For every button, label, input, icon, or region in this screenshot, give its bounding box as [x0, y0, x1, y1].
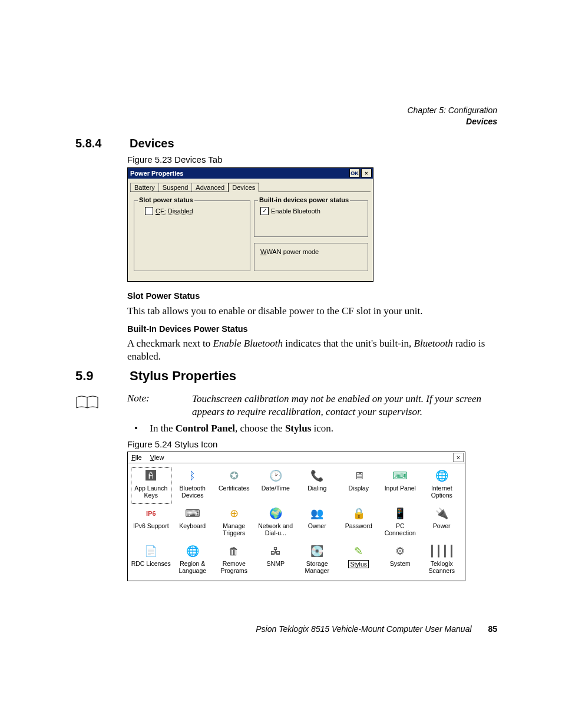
- menu-bar: File View ×: [128, 452, 465, 463]
- app-icon: 📞: [308, 468, 326, 483]
- app-label: Password: [345, 522, 372, 529]
- section-title: Stylus Properties: [130, 368, 236, 384]
- tab-battery[interactable]: Battery: [130, 183, 159, 192]
- cp-item-display[interactable]: 🖥Display: [338, 467, 380, 505]
- cp-item-manage-triggers[interactable]: ⊕Manage Triggers: [213, 505, 255, 542]
- cp-item-certificates[interactable]: ✪Certificates: [213, 467, 255, 505]
- close-button[interactable]: ×: [361, 169, 372, 177]
- running-head-line1: Chapter 5: Configuration: [407, 105, 497, 116]
- app-label: Bluetooth Devices: [172, 485, 214, 499]
- cp-item-region-language[interactable]: 🌐Region & Language: [172, 542, 214, 580]
- dialog-titlebar: Power Properties OK ×: [128, 168, 373, 179]
- app-icon: 💽: [308, 543, 326, 559]
- app-label: Remove Programs: [213, 560, 255, 574]
- app-label: Storage Manager: [296, 560, 338, 574]
- heading-builtin-devices: Built-In Devices Power Status: [127, 324, 248, 334]
- cp-item-stylus[interactable]: ✎Stylus: [338, 542, 380, 580]
- app-icon: 📄: [142, 543, 160, 559]
- group-legend: Built-in devices power status: [258, 196, 350, 203]
- cf-disabled-checkbox[interactable]: CF: Disabled: [145, 207, 193, 215]
- cp-item-app-launch-keys[interactable]: 🅰App Launch Keys: [130, 467, 172, 505]
- figure-5-24-caption: Figure 5.24 Stylus Icon: [127, 439, 217, 449]
- group-slot-power-status: Slot power status CF: Disabled: [134, 200, 250, 271]
- app-icon: ┃┃┃┃: [433, 543, 451, 559]
- app-label: Date/Time: [262, 485, 290, 492]
- cp-item-power[interactable]: 🔌Power: [421, 505, 463, 542]
- cp-item-password[interactable]: 🔒Password: [338, 505, 380, 542]
- power-properties-dialog: Power Properties OK × Battery Suspend Ad…: [127, 167, 373, 282]
- dialog-title: Power Properties: [130, 170, 183, 177]
- app-icon: 🕑: [267, 468, 285, 483]
- app-label: Certificates: [219, 485, 250, 492]
- section-5-8-4: 5.8.4 Devices: [75, 137, 174, 150]
- control-panel-window: File View × 🅰App Launch KeysᛒBluetooth D…: [127, 452, 465, 581]
- app-icon: 🖥: [350, 468, 368, 483]
- note-block: Note: Touchscreen calibration may not be…: [75, 393, 500, 419]
- app-label: Stylus: [348, 560, 369, 568]
- app-icon: 🌐: [433, 468, 451, 483]
- tab-suspend[interactable]: Suspend: [158, 183, 192, 192]
- app-label: Display: [349, 485, 369, 492]
- checkbox-icon: [145, 207, 153, 215]
- group-wwan-power-mode: WWAN power mode: [254, 243, 368, 271]
- cp-item-keyboard[interactable]: ⌨Keyboard: [172, 505, 214, 542]
- cp-item-ipv6-support[interactable]: IP6IPv6 Support: [130, 505, 172, 542]
- app-label: Input Panel: [385, 485, 416, 492]
- app-label: System: [390, 560, 411, 567]
- app-icon: ⌨: [184, 506, 201, 521]
- section-5-9: 5.9 Stylus Properties: [75, 368, 236, 384]
- cp-item-internet-options[interactable]: 🌐Internet Options: [421, 467, 463, 505]
- enable-bluetooth-checkbox[interactable]: ✓ Enable Bluetooth: [260, 207, 320, 215]
- tab-devices[interactable]: Devices: [228, 183, 259, 192]
- app-icon: ⌨: [391, 468, 409, 483]
- app-label: IPv6 Support: [133, 522, 169, 529]
- app-label: PC Connection: [379, 522, 421, 536]
- running-head-line2: Devices: [407, 116, 497, 127]
- cp-item-storage-manager[interactable]: 💽Storage Manager: [296, 542, 338, 580]
- cp-item-dialing[interactable]: 📞Dialing: [296, 467, 338, 505]
- close-button[interactable]: ×: [453, 453, 464, 462]
- menu-file[interactable]: File: [131, 454, 142, 461]
- tab-advanced[interactable]: Advanced: [191, 183, 229, 192]
- page-footer: Psion Teklogix 8515 Vehicle-Mount Comput…: [77, 624, 497, 634]
- section-number: 5.8.4: [75, 137, 127, 150]
- menu-view[interactable]: View: [150, 454, 164, 461]
- cp-item-owner[interactable]: 👥Owner: [296, 505, 338, 542]
- cp-item-rdc-licenses[interactable]: 📄RDC Licenses: [130, 542, 172, 580]
- app-icon: ⚙: [391, 543, 409, 559]
- app-label: SNMP: [267, 560, 285, 567]
- app-label: Power: [433, 522, 451, 529]
- figure-5-23-caption: Figure 5.23 Devices Tab: [127, 154, 222, 164]
- cp-item-pc-connection[interactable]: 📱PC Connection: [379, 505, 421, 542]
- app-label: RDC Licenses: [131, 560, 171, 567]
- app-icon: ⊕: [225, 506, 243, 521]
- book-icon: [75, 395, 101, 410]
- cp-item-network-and-dial-u-[interactable]: 🌍Network and Dial-u...: [255, 505, 297, 542]
- app-label: Region & Language: [172, 560, 214, 574]
- page-number: 85: [488, 624, 497, 634]
- group-builtin-devices: Built-in devices power status ✓ Enable B…: [254, 200, 368, 237]
- section-number: 5.9: [75, 368, 127, 384]
- cp-item-input-panel[interactable]: ⌨Input Panel: [379, 467, 421, 505]
- cp-item-remove-programs[interactable]: 🗑Remove Programs: [213, 542, 255, 580]
- cp-item-teklogix-scanners[interactable]: ┃┃┃┃Teklogix Scanners: [421, 542, 463, 580]
- group-legend: Slot power status: [138, 196, 194, 203]
- app-icon: ✎: [350, 543, 368, 559]
- app-icon: IP6: [142, 506, 160, 521]
- note-label: Note:: [101, 393, 192, 404]
- running-head: Chapter 5: Configuration Devices: [407, 105, 497, 127]
- checkbox-checked-icon: ✓: [260, 207, 269, 215]
- cp-item-system[interactable]: ⚙System: [379, 542, 421, 580]
- app-icon: 🔒: [350, 506, 368, 521]
- cp-item-bluetooth-devices[interactable]: ᛒBluetooth Devices: [172, 467, 214, 505]
- cp-item-snmp[interactable]: 🖧SNMP: [255, 542, 297, 580]
- bullet-item: • In the Control Panel, choose the Stylu…: [134, 423, 333, 434]
- app-label: Internet Options: [421, 485, 463, 499]
- app-icon: 🖧: [267, 543, 285, 559]
- app-icon: 🔌: [433, 506, 451, 521]
- ok-button[interactable]: OK: [349, 169, 360, 177]
- app-label: Owner: [308, 522, 326, 529]
- cp-item-date-time[interactable]: 🕑Date/Time: [255, 467, 297, 505]
- app-label: Dialing: [308, 485, 326, 492]
- app-label: Keyboard: [179, 522, 206, 529]
